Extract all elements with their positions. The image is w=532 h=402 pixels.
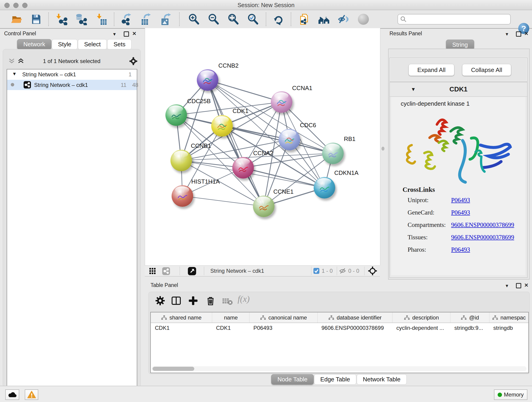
delete-column-icon[interactable] [206, 296, 215, 306]
crosslink-link[interactable]: P06493 [451, 209, 470, 216]
fit-selected-crosshair-icon[interactable] [368, 266, 377, 275]
zoom-in-icon[interactable] [188, 13, 200, 25]
column-header--id[interactable]: @id [450, 313, 489, 323]
table-tab-network-table[interactable]: Network Table [357, 374, 407, 385]
table-tab-node-table[interactable]: Node Table [271, 374, 314, 385]
search-input[interactable] [409, 15, 508, 23]
show-panel-icon[interactable] [358, 14, 369, 25]
node-label-ccnb2: CCNB2 [218, 62, 239, 69]
table-options-gear-icon[interactable] [155, 296, 165, 306]
table-tab-edge-table[interactable]: Edge Table [314, 374, 356, 385]
collection-expand-icon[interactable]: ▼ [12, 71, 17, 77]
network-node-rb1[interactable] [322, 143, 344, 164]
import-network-icon[interactable] [56, 13, 68, 25]
table-panel-float-icon[interactable] [516, 283, 521, 288]
gene-section: ▼ CDK1 cyclin-dependent kinase 1 [389, 82, 527, 278]
main-toolbar: ? [0, 10, 532, 29]
zoom-fit-icon[interactable] [227, 13, 239, 25]
network-node-hist1h1a[interactable] [172, 185, 193, 207]
memory-button[interactable]: Memory [494, 389, 527, 400]
expand-all-button[interactable]: Expand All [409, 64, 454, 76]
control-tab-select[interactable]: Select [78, 39, 107, 50]
refresh-icon[interactable] [272, 13, 284, 25]
network-node-cdc25b[interactable] [165, 104, 187, 126]
zoom-selected-icon[interactable] [247, 13, 259, 25]
table-horizontal-scrollbar[interactable] [152, 366, 526, 371]
show-columns-icon[interactable] [171, 296, 181, 306]
network-node-cdk1[interactable] [211, 115, 233, 137]
control-panel-menu-icon[interactable]: ▾ [113, 32, 116, 37]
add-column-icon[interactable] [188, 296, 198, 306]
control-tab-style[interactable]: Style [52, 39, 77, 50]
warnings-button[interactable] [25, 389, 38, 400]
crosslink-label: Tissues: [408, 234, 428, 241]
toolbar-separator [337, 267, 337, 275]
network-node-ccnb2[interactable] [197, 69, 218, 91]
export-image-icon[interactable] [160, 13, 172, 25]
crosslink-label: Compartments: [408, 221, 446, 229]
export-network-icon[interactable] [120, 13, 133, 25]
network-node-ccna2[interactable] [232, 157, 254, 179]
table-cell[interactable]: 9606.ENSP00000378699 [317, 323, 392, 333]
control-panel-close-icon[interactable]: ✕ [132, 31, 136, 36]
column-header-description[interactable]: description [392, 313, 450, 323]
network-edge-count: 48 [132, 82, 138, 88]
network-node-cdc6[interactable] [279, 129, 300, 150]
control-tab-network[interactable]: Network [17, 39, 51, 50]
table-cell[interactable]: CDK1 [151, 323, 212, 333]
network-row-selected[interactable]: String Network – cdk1 11 48 [7, 80, 137, 90]
network-node-cdkn1a[interactable] [314, 177, 335, 198]
network-collection-row[interactable]: ▼ String Network – cdk1 1 [7, 70, 137, 80]
column-header-namespac[interactable]: namespac [489, 313, 529, 323]
export-table-icon[interactable] [140, 13, 152, 25]
column-header-database-identifier[interactable]: database identifier [317, 313, 393, 323]
control-panel-float-icon[interactable] [124, 32, 129, 37]
table-panel-menu-icon[interactable]: ▾ [506, 283, 508, 288]
column-header-canonical-name[interactable]: canonical name [249, 313, 317, 323]
import-table-icon[interactable] [95, 13, 108, 25]
network-node-ccne1[interactable] [253, 196, 274, 217]
hide-panel-icon[interactable] [338, 13, 350, 25]
vertical-splitter-handle[interactable] [381, 147, 385, 151]
open-session-icon[interactable] [11, 13, 22, 25]
column-header-shared-name[interactable]: shared name [151, 313, 212, 323]
table-panel-close-icon[interactable]: ✕ [524, 283, 528, 288]
node-label-hist1h1a: HIST1H1A [191, 178, 220, 185]
collapse-all-button[interactable]: Collapse All [462, 64, 511, 76]
network-from-clipboard-icon[interactable] [299, 13, 311, 25]
network-view-canvas[interactable]: CCNB2CCNA1CDC25BCDK1CDC6RB1CCNB1CCNA2CDK… [145, 28, 380, 265]
table-cell[interactable]: cyclin-dependent ... [392, 323, 450, 333]
crosslink-link[interactable]: 9606.ENSP00000378699 [451, 234, 514, 241]
cloud-button[interactable] [5, 389, 19, 400]
results-panel-float-icon[interactable] [516, 32, 521, 37]
grid-view-icon[interactable] [149, 268, 156, 274]
crosslink-link[interactable]: P06493 [451, 197, 470, 204]
control-panel-title: Control Panel [4, 31, 36, 37]
crosslinks-section: CrossLinks Uniprot:P06493GeneCard:P06493… [403, 186, 435, 255]
zoom-out-icon[interactable] [208, 13, 220, 25]
column-header-name[interactable]: name [212, 313, 249, 323]
table-cell[interactable]: stringdb [489, 323, 528, 333]
network-node-ccna1[interactable] [271, 91, 292, 113]
results-button-box: Expand All Collapse All [389, 58, 527, 82]
network-view-toolbar: String Network – cdk1 1 - 0 0 - 0 [145, 265, 380, 276]
network-label: String Network – cdk1 [34, 82, 88, 88]
table-cell[interactable]: CDK1 [212, 323, 249, 333]
results-panel-menu-icon[interactable]: ▾ [506, 32, 508, 37]
birds-eye-view-icon[interactable] [188, 267, 196, 275]
network-node-ccnb1[interactable] [171, 150, 192, 171]
table-cell[interactable]: stringdb:9... [450, 323, 489, 333]
gene-section-header[interactable]: ▼ CDK1 [390, 82, 527, 97]
network-share-icon[interactable] [162, 267, 170, 275]
crosslink-link[interactable]: P06493 [451, 246, 470, 253]
hidden-eye-icon[interactable] [339, 268, 346, 274]
home-icon[interactable] [318, 13, 330, 25]
selected-checkbox-icon[interactable] [313, 268, 319, 274]
import-network-database-icon[interactable] [75, 13, 87, 25]
table-cell[interactable]: P06493 [249, 323, 317, 333]
results-panel-close-icon[interactable]: ✕ [524, 31, 528, 36]
network-options-gear-icon[interactable] [129, 57, 138, 65]
crosslink-link[interactable]: 9606.ENSP00000378699 [451, 221, 514, 229]
save-session-icon[interactable] [30, 13, 42, 25]
control-tab-sets[interactable]: Sets [107, 39, 132, 50]
